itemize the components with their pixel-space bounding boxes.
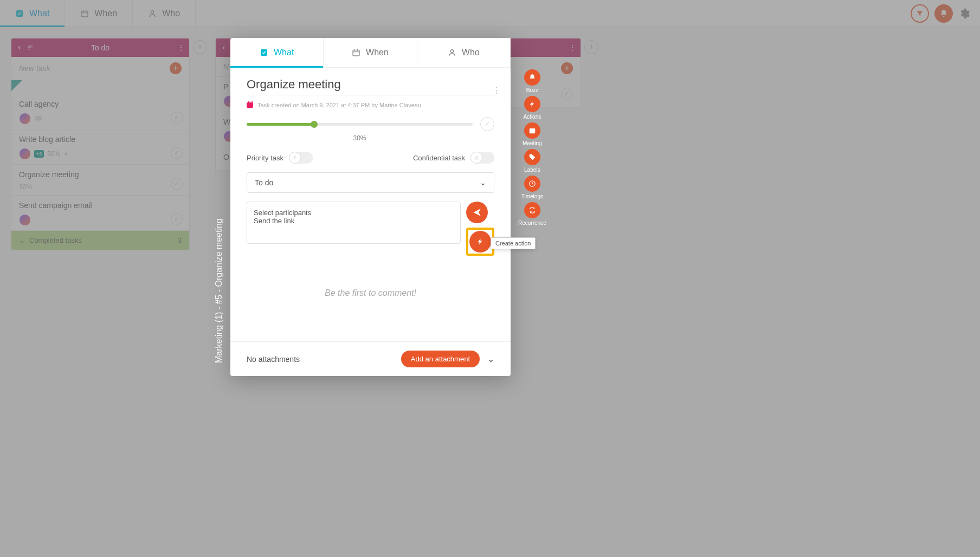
svg-rect-23: [530, 128, 536, 133]
bolt-icon: [529, 100, 536, 108]
repeat-icon: [528, 206, 536, 214]
svg-point-21: [450, 50, 453, 53]
complete-toggle[interactable]: ✓: [480, 117, 494, 131]
meeting-button[interactable]: [524, 122, 540, 139]
create-action-button[interactable]: [469, 231, 491, 252]
tag-icon: [528, 153, 536, 161]
svg-rect-16: [261, 49, 267, 56]
calendar-icon: [528, 127, 536, 134]
task-modal: What When Who Organize meeting ⋮ Task cr…: [230, 38, 511, 376]
comment-line: Send the link: [254, 217, 454, 225]
task-meta: Task created on March 9, 2021 at 4:37 PM…: [247, 102, 494, 108]
comment-input[interactable]: Select participants Send the link: [247, 202, 461, 244]
buzz-button[interactable]: [524, 69, 540, 86]
modal-tab-what[interactable]: What: [230, 38, 324, 67]
meeting-label: Meeting: [523, 140, 542, 146]
attachment-options[interactable]: ⌄: [487, 354, 494, 364]
svg-rect-17: [353, 50, 359, 56]
create-action-tooltip: Create action: [491, 237, 536, 249]
buzz-label: Buzz: [526, 87, 538, 93]
send-comment-button[interactable]: [466, 202, 488, 223]
labels-label: Labels: [524, 167, 540, 173]
side-action-rail: Buzz Actions Meeting Labels Timelogs Rec…: [518, 69, 546, 226]
task-title-input[interactable]: Organize meeting: [247, 77, 494, 95]
confidential-label: Confidential task: [413, 154, 465, 162]
briefcase-icon: [247, 102, 253, 108]
calendar-icon: [352, 48, 360, 57]
no-attachments-label: No attachments: [247, 355, 300, 364]
labels-button[interactable]: [524, 149, 540, 165]
modal-tab-who[interactable]: Who: [417, 38, 511, 67]
modal-tab-when[interactable]: When: [324, 38, 417, 67]
actions-button[interactable]: [524, 96, 540, 112]
modal-tabs: What When Who: [230, 38, 511, 68]
timelogs-button[interactable]: [524, 176, 540, 192]
recurrence-button[interactable]: [524, 202, 540, 218]
clock-icon: [528, 180, 536, 187]
bell-icon: [528, 74, 536, 81]
chevron-down-icon: ⌄: [480, 178, 486, 187]
comments-empty-state: Be the first to comment!: [247, 288, 494, 298]
modal-tab-when-label: When: [366, 48, 389, 57]
add-attachment-button[interactable]: Add an attachment: [401, 351, 480, 367]
priority-toggle[interactable]: [289, 152, 313, 164]
progress-value: 30%: [225, 134, 494, 142]
lock-icon: [474, 155, 479, 160]
modal-tab-who-label: Who: [462, 48, 480, 57]
check-square-icon: [260, 48, 268, 57]
recurrence-label: Recurrence: [518, 220, 546, 226]
status-value: To do: [255, 178, 273, 187]
task-created-text: Task created on March 9, 2021 at 4:37 PM…: [257, 102, 421, 108]
comment-line: Select participants: [254, 209, 454, 217]
modal-footer: No attachments Add an attachment ⌄: [230, 341, 511, 376]
timelogs-label: Timelogs: [521, 193, 543, 199]
priority-label: Priority task: [247, 154, 283, 162]
person-icon: [448, 48, 456, 57]
actions-label: Actions: [523, 114, 541, 120]
modal-tab-what-label: What: [274, 48, 294, 57]
arrow-up-icon: [292, 155, 298, 160]
task-menu-button[interactable]: ⋮: [492, 86, 501, 96]
bolt-icon: [476, 237, 484, 247]
progress-knob[interactable]: [311, 121, 318, 128]
status-dropdown[interactable]: To do ⌄: [247, 172, 494, 193]
svg-rect-22: [475, 158, 478, 160]
progress-slider[interactable]: ✓: [247, 117, 494, 131]
send-icon: [472, 208, 482, 217]
confidential-toggle[interactable]: [470, 152, 494, 164]
